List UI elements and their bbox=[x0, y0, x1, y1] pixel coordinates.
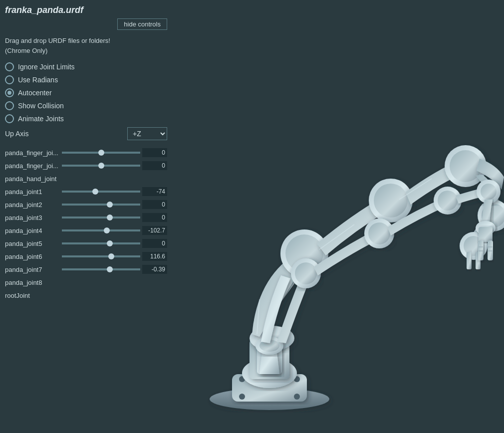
drop-text-line1: Drag and drop URDF files or folders! bbox=[5, 36, 167, 46]
joint-value-0[interactable] bbox=[142, 148, 167, 157]
joint-row-1: panda_finger_joi... bbox=[5, 160, 167, 171]
svg-point-3 bbox=[294, 394, 300, 400]
joint-name-10: panda_joint8 bbox=[5, 279, 60, 286]
svg-point-12 bbox=[374, 184, 408, 217]
joint-value-1[interactable] bbox=[142, 161, 167, 170]
joint-row-3: panda_joint1 bbox=[5, 186, 167, 197]
checkbox-label-use-radians: Use Radians bbox=[18, 76, 58, 84]
joint-slider-0[interactable] bbox=[62, 152, 140, 154]
radio-icon-ignore-joint-limits bbox=[5, 62, 14, 71]
joints-table: panda_finger_joi...panda_finger_joi...pa… bbox=[5, 147, 167, 301]
joint-name-2: panda_hand_joint bbox=[5, 175, 60, 183]
svg-point-14 bbox=[450, 150, 482, 182]
up-axis-label: Up Axis bbox=[5, 130, 127, 138]
joint-name-8: panda_joint6 bbox=[5, 253, 60, 260]
joint-slider-5[interactable] bbox=[62, 216, 140, 218]
joint-row-6: panda_joint4 bbox=[5, 225, 167, 236]
joint-row-2: panda_hand_joint bbox=[5, 173, 167, 184]
checkbox-row-ignore-joint-limits[interactable]: Ignore Joint Limits bbox=[5, 62, 167, 71]
joint-row-4: panda_joint2 bbox=[5, 199, 167, 210]
joint-name-1: panda_finger_joi... bbox=[5, 162, 60, 170]
svg-point-30 bbox=[368, 222, 390, 244]
joint-slider-1[interactable] bbox=[62, 165, 140, 167]
joint-row-7: panda_joint5 bbox=[5, 238, 167, 249]
checkbox-label-autocenter: Autocenter bbox=[18, 89, 52, 97]
up-axis-select[interactable]: +Z-Z+Y-Y+X-X bbox=[127, 127, 167, 140]
joint-name-6: panda_joint4 bbox=[5, 227, 60, 234]
checkboxes-group: Ignore Joint LimitsUse RadiansAutocenter… bbox=[5, 62, 167, 123]
joint-name-5: panda_joint3 bbox=[5, 214, 60, 221]
radio-icon-animate-joints bbox=[5, 114, 14, 123]
joint-value-8[interactable] bbox=[142, 252, 167, 261]
radio-icon-use-radians bbox=[5, 75, 14, 84]
joint-slider-8[interactable] bbox=[62, 255, 140, 257]
joint-value-6[interactable] bbox=[142, 226, 167, 235]
checkbox-row-show-collision[interactable]: Show Collision bbox=[5, 101, 167, 110]
joint-name-7: panda_joint5 bbox=[5, 240, 60, 247]
checkbox-row-autocenter[interactable]: Autocenter bbox=[5, 88, 167, 97]
joint-slider-7[interactable] bbox=[62, 242, 140, 244]
joint-name-3: panda_joint1 bbox=[5, 188, 60, 196]
checkbox-row-animate-joints[interactable]: Animate Joints bbox=[5, 114, 167, 123]
svg-rect-36 bbox=[479, 227, 493, 242]
joint-row-10: panda_joint8 bbox=[5, 277, 167, 288]
joint-slider-6[interactable] bbox=[62, 229, 140, 231]
svg-point-32 bbox=[438, 191, 458, 211]
joint-value-3[interactable] bbox=[142, 187, 167, 196]
joint-value-9[interactable] bbox=[142, 265, 167, 274]
joint-value-4[interactable] bbox=[142, 200, 167, 209]
joint-name-4: panda_joint2 bbox=[5, 201, 60, 209]
joint-row-11: rootJoint bbox=[5, 290, 167, 301]
joint-name-9: panda_joint7 bbox=[5, 266, 60, 273]
joint-row-8: panda_joint6 bbox=[5, 251, 167, 262]
radio-icon-show-collision bbox=[5, 101, 14, 110]
joint-row-0: panda_finger_joi... bbox=[5, 147, 167, 158]
svg-point-2 bbox=[239, 394, 245, 400]
svg-rect-19 bbox=[467, 252, 472, 269]
checkbox-label-ignore-joint-limits: Ignore Joint Limits bbox=[18, 63, 75, 71]
joint-row-5: panda_joint3 bbox=[5, 212, 167, 223]
joint-value-5[interactable] bbox=[142, 213, 167, 222]
drop-text-line2: (Chrome Only) bbox=[5, 46, 167, 56]
checkbox-row-use-radians[interactable]: Use Radians bbox=[5, 75, 167, 84]
svg-point-28 bbox=[295, 262, 317, 284]
file-title: franka_panda.urdf bbox=[5, 5, 167, 15]
joint-name-0: panda_finger_joi... bbox=[5, 149, 60, 157]
up-axis-row: Up Axis +Z-Z+Y-Y+X-X bbox=[5, 127, 167, 140]
checkbox-label-animate-joints: Animate Joints bbox=[18, 115, 64, 123]
joint-row-9: panda_joint7 bbox=[5, 264, 167, 275]
joint-slider-9[interactable] bbox=[62, 268, 140, 270]
checkbox-label-show-collision: Show Collision bbox=[18, 102, 64, 110]
joint-value-7[interactable] bbox=[142, 239, 167, 248]
joint-name-11: rootJoint bbox=[5, 292, 60, 299]
sidebar: franka_panda.urdf hide controls Drag and… bbox=[0, 0, 172, 433]
joint-slider-3[interactable] bbox=[62, 191, 140, 193]
drop-text: Drag and drop URDF files or folders! (Ch… bbox=[5, 36, 167, 55]
svg-point-34 bbox=[481, 184, 497, 200]
joint-slider-4[interactable] bbox=[62, 204, 140, 206]
radio-icon-autocenter bbox=[5, 88, 14, 97]
hide-controls-button[interactable]: hide controls bbox=[117, 18, 167, 30]
